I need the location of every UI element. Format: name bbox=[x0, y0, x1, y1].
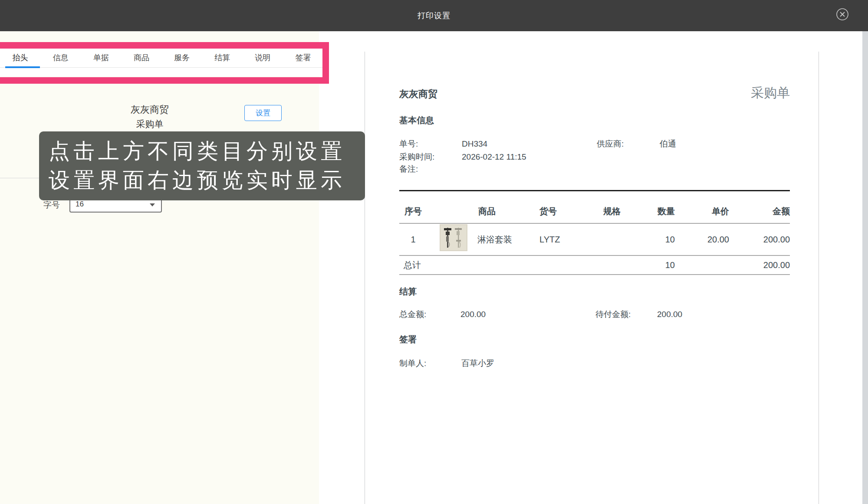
col-qty: 数量 bbox=[631, 205, 675, 217]
total-qty: 10 bbox=[631, 259, 675, 271]
close-icon bbox=[835, 7, 849, 21]
tab-service[interactable]: 服务 bbox=[162, 48, 202, 67]
settlement-row: 总金额: 200.00 待付金额: 200.00 bbox=[399, 309, 790, 320]
row-amount: 200.00 bbox=[746, 233, 790, 245]
tab-notes[interactable]: 说明 bbox=[243, 48, 283, 67]
table-total-row: 总计 10 200.00 bbox=[399, 259, 790, 271]
col-price: 单价 bbox=[686, 205, 729, 217]
col-code: 货号 bbox=[539, 205, 557, 217]
info-row-2: 采购时间: 2026-02-12 11:15 bbox=[399, 151, 790, 163]
print-settings-dialog: 打印设置 抬头 信息 单据 商品 服务 结算 说明 签署 灰灰商贸 采购单 设置… bbox=[0, 0, 868, 504]
dialog-title: 打印设置 bbox=[0, 0, 868, 31]
tab-goods[interactable]: 商品 bbox=[121, 48, 161, 67]
paper-right-border bbox=[819, 52, 819, 504]
total-label: 总计 bbox=[404, 259, 421, 271]
row-seq: 1 bbox=[399, 233, 427, 245]
tooltip-line-1: 点击上方不同类目分别设置 bbox=[49, 137, 365, 166]
table-rule bbox=[399, 255, 790, 256]
settings-panel bbox=[0, 31, 319, 504]
settings-button[interactable]: 设置 bbox=[244, 105, 282, 121]
due-amount-label: 待付金额: bbox=[595, 309, 631, 320]
total-amount-label: 总金额: bbox=[399, 310, 426, 319]
supplier-value: 伯通 bbox=[660, 138, 676, 150]
table-row: 1 淋浴套装 LYTZ 10 20.00 200.00 bbox=[399, 233, 790, 245]
purchase-time-label: 采购时间: bbox=[399, 152, 434, 161]
active-tab-underline bbox=[5, 66, 40, 68]
due-amount-value: 200.00 bbox=[657, 309, 682, 320]
font-size-label: 字号 bbox=[43, 200, 60, 211]
tabs: 抬头 信息 单据 商品 服务 结算 说明 签署 bbox=[0, 48, 323, 68]
col-spec: 规格 bbox=[590, 205, 634, 217]
tab-header[interactable]: 抬头 bbox=[0, 48, 40, 67]
maker-value: 百草小罗 bbox=[461, 358, 494, 369]
preview-company-name: 灰灰商贸 bbox=[399, 88, 437, 101]
section-signature: 签署 bbox=[399, 334, 417, 345]
row-price: 20.00 bbox=[686, 233, 729, 245]
section-basic-info: 基本信息 bbox=[399, 115, 434, 126]
tab-document[interactable]: 单据 bbox=[81, 48, 121, 67]
paper-left-border bbox=[365, 52, 365, 504]
info-row-3: 备注: bbox=[399, 164, 790, 175]
row-qty: 10 bbox=[631, 233, 675, 245]
total-amount-value: 200.00 bbox=[460, 309, 486, 320]
tab-signature[interactable]: 签署 bbox=[283, 48, 323, 67]
order-no-label: 单号: bbox=[399, 139, 418, 148]
signature-row: 制单人: 百草小罗 bbox=[399, 358, 790, 369]
tooltip-line-2: 设置界面右边预览实时显示 bbox=[49, 166, 365, 195]
settings-company-name: 灰灰商贸 bbox=[63, 103, 237, 116]
row-name: 淋浴套装 bbox=[477, 233, 512, 245]
tab-info[interactable]: 信息 bbox=[40, 48, 81, 67]
table-rule bbox=[399, 223, 790, 224]
chevron-down-icon bbox=[150, 203, 155, 206]
col-seq: 序号 bbox=[399, 205, 427, 217]
info-row-1: 单号: DH334 供应商: 伯通 bbox=[399, 138, 790, 150]
product-image bbox=[440, 224, 467, 251]
row-code: LYTZ bbox=[539, 233, 560, 245]
settings-doc-type: 采购单 bbox=[63, 118, 237, 130]
close-button[interactable] bbox=[835, 7, 849, 21]
col-goods: 商品 bbox=[465, 205, 509, 217]
order-no-value: DH334 bbox=[462, 138, 487, 150]
purchase-time-value: 2026-02-12 11:15 bbox=[462, 151, 526, 163]
supplier-label: 供应商: bbox=[597, 138, 624, 150]
table-top-rule bbox=[399, 190, 790, 191]
tab-settlement[interactable]: 结算 bbox=[202, 48, 243, 67]
remark-label: 备注: bbox=[399, 164, 418, 173]
table-header-row: 序号 商品 货号 规格 数量 单价 金额 bbox=[399, 205, 790, 217]
preview-doc-title: 采购单 bbox=[751, 84, 790, 102]
instruction-tooltip: 点击上方不同类目分别设置 设置界面右边预览实时显示 bbox=[39, 131, 365, 200]
maker-label: 制单人: bbox=[399, 359, 426, 368]
dialog-titlebar: 打印设置 bbox=[0, 0, 868, 31]
table-rule bbox=[399, 274, 790, 275]
vertical-scrollbar[interactable] bbox=[862, 31, 868, 504]
settings-tabbar: 抬头 信息 单据 商品 服务 结算 说明 签署 bbox=[0, 48, 323, 76]
section-settlement: 结算 bbox=[399, 286, 417, 298]
total-amount: 200.00 bbox=[746, 259, 790, 271]
form-divider bbox=[0, 178, 39, 178]
col-amount: 金额 bbox=[746, 205, 790, 217]
